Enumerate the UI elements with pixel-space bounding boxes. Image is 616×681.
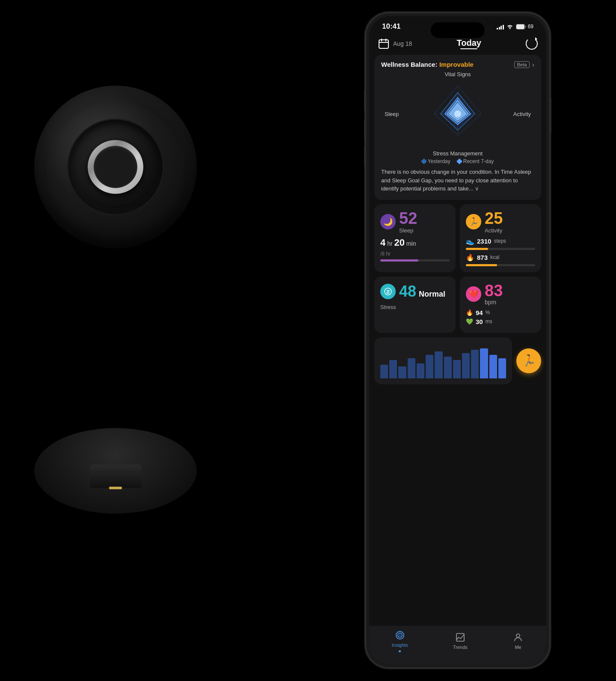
chart-bar xyxy=(380,365,388,378)
svg-point-19 xyxy=(516,634,520,637)
stress-label: Stress xyxy=(380,304,450,310)
bpm-unit: bpm xyxy=(485,299,503,306)
me-icon xyxy=(512,632,524,643)
nav-insights[interactable]: Insights xyxy=(392,630,408,652)
steps-value: 2310 xyxy=(477,238,491,245)
svg-rect-18 xyxy=(456,633,464,641)
calendar-icon[interactable] xyxy=(378,38,390,50)
sleep-time: 4 hr 20 min xyxy=(380,237,450,248)
activity-score: 25 xyxy=(485,210,503,226)
stress-icon xyxy=(380,284,396,299)
heart-header: ❤️ 83 bpm xyxy=(466,283,535,306)
steps-unit: steps xyxy=(494,238,506,244)
radar-legend: Yesterday Recent 7-day xyxy=(381,158,534,164)
activity-progress-bar xyxy=(466,248,535,250)
chart-bar xyxy=(498,358,506,378)
activity-progress-fill xyxy=(466,248,488,250)
radar-chart: Vital Signs Sleep Activity Stress Manage… xyxy=(381,71,534,157)
chart-bar xyxy=(389,360,397,378)
device-base xyxy=(34,428,197,514)
activity-stats: 👟 2310 steps 🔥 873 kcal xyxy=(466,237,535,266)
stress-level: Normal xyxy=(419,290,445,299)
calories-icon: 🔥 xyxy=(466,253,474,262)
status-icons: 69 xyxy=(497,24,533,30)
radar-label-left: Sleep xyxy=(385,111,399,117)
metrics-grid: 🌙 52 Sleep 4 hr 20 min /8 hr xyxy=(374,204,541,333)
calories-progress-fill xyxy=(466,264,497,266)
wellness-label: Wellness Balance: xyxy=(381,61,437,68)
wellness-card[interactable]: Wellness Balance: Improvable Beta › Vita… xyxy=(374,55,541,200)
signal-icon xyxy=(497,24,504,30)
status-time: 10:41 xyxy=(382,22,400,31)
calories-progress-bar xyxy=(466,264,535,266)
read-more-button[interactable]: ∨ xyxy=(475,185,479,192)
chevron-right-icon[interactable]: › xyxy=(532,61,534,68)
refresh-button[interactable] xyxy=(526,38,538,50)
calories-value: 873 xyxy=(477,254,488,261)
header-center: Today xyxy=(456,38,481,49)
wifi-icon xyxy=(506,24,513,29)
sleep-progress-bar xyxy=(380,259,450,262)
steps-row: 👟 2310 steps xyxy=(466,237,535,245)
beta-badge: Beta xyxy=(514,61,530,68)
nav-active-dot xyxy=(399,650,401,652)
chart-bar xyxy=(471,350,479,378)
nav-trends[interactable]: Trends xyxy=(453,632,468,650)
nav-insights-label: Insights xyxy=(392,642,408,648)
dynamic-island xyxy=(431,22,485,38)
chart-bar xyxy=(489,355,497,378)
wellness-description: There is no obvious change in your condi… xyxy=(381,168,534,193)
chart-bar xyxy=(408,358,415,378)
svg-point-13 xyxy=(454,110,461,117)
svg-rect-2 xyxy=(379,40,388,48)
stress-card[interactable]: 48 Normal Stress xyxy=(374,277,456,333)
activity-header: 🏃 25 Activity xyxy=(466,210,535,234)
calories-pct-value: 94 xyxy=(476,309,483,316)
battery-icon: 69 xyxy=(516,24,533,30)
bottom-nav: Insights Trends xyxy=(369,626,546,664)
wellness-badge-area: Beta › xyxy=(514,61,534,68)
nav-me[interactable]: Me xyxy=(512,632,524,650)
wellness-header: Wellness Balance: Improvable Beta › xyxy=(381,61,534,68)
phone-frame: 10:41 xyxy=(366,13,550,668)
smart-ring xyxy=(88,140,143,194)
wellness-title-area: Wellness Balance: Improvable xyxy=(381,61,474,68)
hrv-value: 30 xyxy=(476,318,483,325)
app-content: Wellness Balance: Improvable Beta › Vita… xyxy=(369,55,546,389)
sleep-score-area: 52 Sleep xyxy=(399,210,417,234)
chart-bar xyxy=(444,357,452,378)
stress-number: 48 xyxy=(399,283,416,300)
sleep-card[interactable]: 🌙 52 Sleep 4 hr 20 min /8 hr xyxy=(374,204,456,272)
chart-bar xyxy=(480,348,488,378)
chart-bar xyxy=(417,363,424,378)
heart-rate-card[interactable]: ❤️ 83 bpm 🔥 94 % 💚 xyxy=(460,277,541,333)
fire-icon: 🔥 xyxy=(466,309,473,316)
device-lid xyxy=(34,86,197,248)
chart-bar xyxy=(453,360,461,378)
header-underline xyxy=(460,48,477,49)
heart-mini-stats: 🔥 94 % 💚 30 ms xyxy=(466,309,535,325)
chart-bar xyxy=(462,353,470,378)
chart-card[interactable] xyxy=(374,337,512,384)
sleep-goal: /8 hr xyxy=(380,251,450,257)
insights-icon xyxy=(394,630,406,641)
trends-icon xyxy=(455,632,466,643)
calories-unit: kcal xyxy=(490,254,499,260)
legend-recent: Recent 7-day xyxy=(457,158,494,164)
hrv-row: 💚 30 ms xyxy=(466,318,535,325)
chart-bar xyxy=(435,351,442,378)
calories-pct-unit: % xyxy=(486,309,490,315)
header-title: Today xyxy=(456,38,481,48)
activity-score-area: 25 Activity xyxy=(485,210,503,234)
activity-label: Activity xyxy=(485,227,503,234)
header-date: Aug 18 xyxy=(393,40,412,47)
activity-card[interactable]: 🏃 25 Activity 👟 2310 steps xyxy=(460,204,541,272)
radar-label-bottom: Stress Management xyxy=(433,150,483,157)
header-left: Aug 18 xyxy=(378,38,412,50)
phone-screen: 10:41 xyxy=(369,16,546,664)
activity-circle-button[interactable]: 🏃 xyxy=(516,348,541,373)
radar-label-right: Activity xyxy=(513,111,531,117)
bpm-value: 83 xyxy=(485,283,503,299)
calories-percent-row: 🔥 94 % xyxy=(466,309,535,316)
stress-score-area: 48 Normal xyxy=(399,283,445,300)
